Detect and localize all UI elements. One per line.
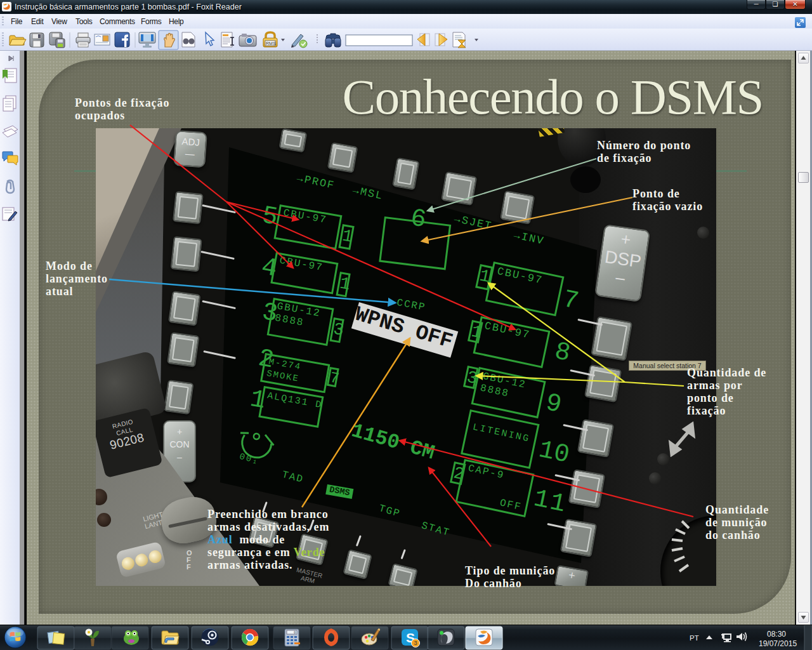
svg-text:08:30: 08:30: [767, 630, 786, 639]
svg-text:PT: PT: [690, 634, 699, 642]
svg-text:0: 0: [294, 630, 296, 635]
svg-text:3: 3: [414, 640, 417, 646]
svg-text:RMS: RMS: [266, 41, 276, 46]
svg-text:19/07/2015: 19/07/2015: [759, 639, 797, 648]
